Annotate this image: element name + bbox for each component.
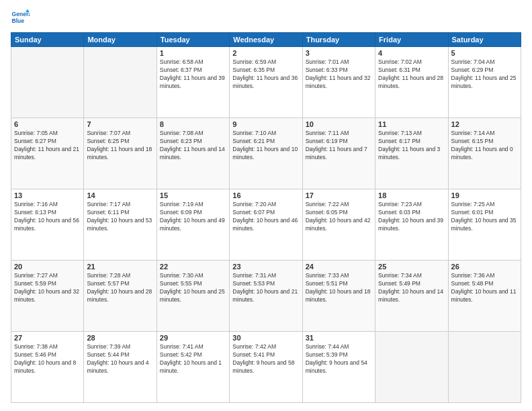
day-number: 21	[87, 263, 153, 271]
day-info: Sunrise: 7:33 AM Sunset: 5:51 PM Dayligh…	[306, 272, 372, 304]
day-info: Sunrise: 7:11 AM Sunset: 6:19 PM Dayligh…	[306, 130, 372, 162]
calendar-cell: 4Sunrise: 7:02 AM Sunset: 6:31 PM Daylig…	[375, 47, 448, 118]
weekday-header: Thursday	[302, 33, 375, 47]
day-number: 29	[160, 334, 226, 342]
calendar-cell	[375, 332, 448, 403]
day-info: Sunrise: 7:34 AM Sunset: 5:49 PM Dayligh…	[378, 272, 445, 304]
calendar-cell: 3Sunrise: 7:01 AM Sunset: 6:33 PM Daylig…	[302, 47, 375, 118]
calendar-cell: 24Sunrise: 7:33 AM Sunset: 5:51 PM Dayli…	[302, 261, 375, 332]
day-info: Sunrise: 7:38 AM Sunset: 5:46 PM Dayligh…	[14, 343, 81, 375]
day-number: 19	[451, 191, 518, 199]
day-number: 22	[160, 263, 226, 271]
calendar-week-row: 27Sunrise: 7:38 AM Sunset: 5:46 PM Dayli…	[11, 332, 521, 403]
day-number: 8	[160, 120, 226, 128]
day-number: 31	[306, 334, 372, 342]
day-info: Sunrise: 7:27 AM Sunset: 5:59 PM Dayligh…	[14, 272, 81, 304]
calendar-cell: 12Sunrise: 7:14 AM Sunset: 6:15 PM Dayli…	[448, 118, 521, 189]
calendar-week-row: 6Sunrise: 7:05 AM Sunset: 6:27 PM Daylig…	[11, 118, 521, 189]
weekday-header: Friday	[375, 33, 448, 47]
day-number: 11	[378, 120, 445, 128]
day-number: 26	[451, 263, 518, 271]
calendar-cell: 10Sunrise: 7:11 AM Sunset: 6:19 PM Dayli…	[302, 118, 375, 189]
day-number: 14	[87, 191, 153, 199]
calendar-week-row: 1Sunrise: 6:58 AM Sunset: 6:37 PM Daylig…	[11, 47, 521, 118]
calendar-cell: 1Sunrise: 6:58 AM Sunset: 6:37 PM Daylig…	[157, 47, 229, 118]
day-info: Sunrise: 7:13 AM Sunset: 6:17 PM Dayligh…	[378, 130, 445, 162]
day-info: Sunrise: 7:28 AM Sunset: 5:57 PM Dayligh…	[87, 272, 153, 304]
calendar-cell: 25Sunrise: 7:34 AM Sunset: 5:49 PM Dayli…	[375, 261, 448, 332]
calendar-cell: 17Sunrise: 7:22 AM Sunset: 6:05 PM Dayli…	[302, 189, 375, 261]
day-number: 10	[306, 120, 372, 128]
calendar-cell: 8Sunrise: 7:08 AM Sunset: 6:23 PM Daylig…	[157, 118, 229, 189]
day-info: Sunrise: 7:01 AM Sunset: 6:33 PM Dayligh…	[306, 58, 372, 91]
day-info: Sunrise: 7:22 AM Sunset: 6:05 PM Dayligh…	[306, 201, 372, 233]
day-info: Sunrise: 7:42 AM Sunset: 5:41 PM Dayligh…	[232, 343, 299, 375]
day-number: 17	[306, 191, 372, 199]
calendar-cell: 22Sunrise: 7:30 AM Sunset: 5:55 PM Dayli…	[157, 261, 229, 332]
page: General Blue SundayMondayTuesdayWednesda…	[0, 0, 532, 411]
svg-text:Blue: Blue	[12, 17, 25, 24]
day-info: Sunrise: 6:58 AM Sunset: 6:37 PM Dayligh…	[160, 58, 226, 91]
weekday-header: Tuesday	[157, 33, 229, 47]
day-number: 5	[451, 49, 518, 57]
logo: General Blue	[11, 8, 30, 27]
calendar-cell	[84, 47, 157, 118]
calendar-body: 1Sunrise: 6:58 AM Sunset: 6:37 PM Daylig…	[11, 47, 521, 403]
day-info: Sunrise: 7:41 AM Sunset: 5:42 PM Dayligh…	[160, 343, 226, 375]
day-number: 18	[378, 191, 445, 199]
calendar-week-row: 13Sunrise: 7:16 AM Sunset: 6:13 PM Dayli…	[11, 189, 521, 261]
calendar-week-row: 20Sunrise: 7:27 AM Sunset: 5:59 PM Dayli…	[11, 261, 521, 332]
calendar-cell: 6Sunrise: 7:05 AM Sunset: 6:27 PM Daylig…	[11, 118, 84, 189]
day-info: Sunrise: 7:08 AM Sunset: 6:23 PM Dayligh…	[160, 130, 226, 162]
day-number: 6	[14, 120, 81, 128]
day-info: Sunrise: 7:44 AM Sunset: 5:39 PM Dayligh…	[306, 343, 372, 375]
calendar-cell: 29Sunrise: 7:41 AM Sunset: 5:42 PM Dayli…	[157, 332, 229, 403]
day-number: 1	[160, 49, 226, 57]
weekday-header: Sunday	[11, 33, 84, 47]
day-info: Sunrise: 7:16 AM Sunset: 6:13 PM Dayligh…	[14, 201, 81, 233]
day-info: Sunrise: 7:25 AM Sunset: 6:01 PM Dayligh…	[451, 201, 518, 233]
day-number: 28	[87, 334, 153, 342]
day-number: 15	[160, 191, 226, 199]
day-number: 23	[232, 263, 299, 271]
day-info: Sunrise: 7:23 AM Sunset: 6:03 PM Dayligh…	[378, 201, 445, 233]
calendar-cell: 27Sunrise: 7:38 AM Sunset: 5:46 PM Dayli…	[11, 332, 84, 403]
calendar-cell: 9Sunrise: 7:10 AM Sunset: 6:21 PM Daylig…	[230, 118, 302, 189]
calendar-cell: 16Sunrise: 7:20 AM Sunset: 6:07 PM Dayli…	[230, 189, 302, 261]
calendar-cell	[448, 332, 521, 403]
calendar-cell: 23Sunrise: 7:31 AM Sunset: 5:53 PM Dayli…	[230, 261, 302, 332]
day-number: 24	[306, 263, 372, 271]
day-number: 27	[14, 334, 81, 342]
calendar-cell: 18Sunrise: 7:23 AM Sunset: 6:03 PM Dayli…	[375, 189, 448, 261]
calendar-cell	[11, 47, 84, 118]
weekday-header: Wednesday	[230, 33, 302, 47]
calendar-cell: 11Sunrise: 7:13 AM Sunset: 6:17 PM Dayli…	[375, 118, 448, 189]
day-number: 7	[87, 120, 153, 128]
logo-icon: General Blue	[11, 8, 30, 27]
day-info: Sunrise: 6:59 AM Sunset: 6:35 PM Dayligh…	[232, 58, 299, 91]
calendar-cell: 15Sunrise: 7:19 AM Sunset: 6:09 PM Dayli…	[157, 189, 229, 261]
calendar-cell: 7Sunrise: 7:07 AM Sunset: 6:25 PM Daylig…	[84, 118, 157, 189]
calendar-cell: 14Sunrise: 7:17 AM Sunset: 6:11 PM Dayli…	[84, 189, 157, 261]
calendar-cell: 28Sunrise: 7:39 AM Sunset: 5:44 PM Dayli…	[84, 332, 157, 403]
day-number: 2	[232, 49, 299, 57]
day-number: 30	[232, 334, 299, 342]
calendar-table: SundayMondayTuesdayWednesdayThursdayFrid…	[11, 32, 521, 403]
calendar-cell: 30Sunrise: 7:42 AM Sunset: 5:41 PM Dayli…	[230, 332, 302, 403]
day-number: 16	[232, 191, 299, 199]
day-info: Sunrise: 7:05 AM Sunset: 6:27 PM Dayligh…	[14, 130, 81, 162]
day-info: Sunrise: 7:31 AM Sunset: 5:53 PM Dayligh…	[232, 272, 299, 304]
calendar-cell: 31Sunrise: 7:44 AM Sunset: 5:39 PM Dayli…	[302, 332, 375, 403]
day-info: Sunrise: 7:19 AM Sunset: 6:09 PM Dayligh…	[160, 201, 226, 233]
calendar-cell: 21Sunrise: 7:28 AM Sunset: 5:57 PM Dayli…	[84, 261, 157, 332]
calendar-cell: 20Sunrise: 7:27 AM Sunset: 5:59 PM Dayli…	[11, 261, 84, 332]
calendar-cell: 2Sunrise: 6:59 AM Sunset: 6:35 PM Daylig…	[230, 47, 302, 118]
weekday-header: Saturday	[448, 33, 521, 47]
day-number: 4	[378, 49, 445, 57]
day-info: Sunrise: 7:20 AM Sunset: 6:07 PM Dayligh…	[232, 201, 299, 233]
day-number: 25	[378, 263, 445, 271]
day-number: 3	[306, 49, 372, 57]
weekday-header: Monday	[84, 33, 157, 47]
day-info: Sunrise: 7:39 AM Sunset: 5:44 PM Dayligh…	[87, 343, 153, 375]
day-number: 9	[232, 120, 299, 128]
